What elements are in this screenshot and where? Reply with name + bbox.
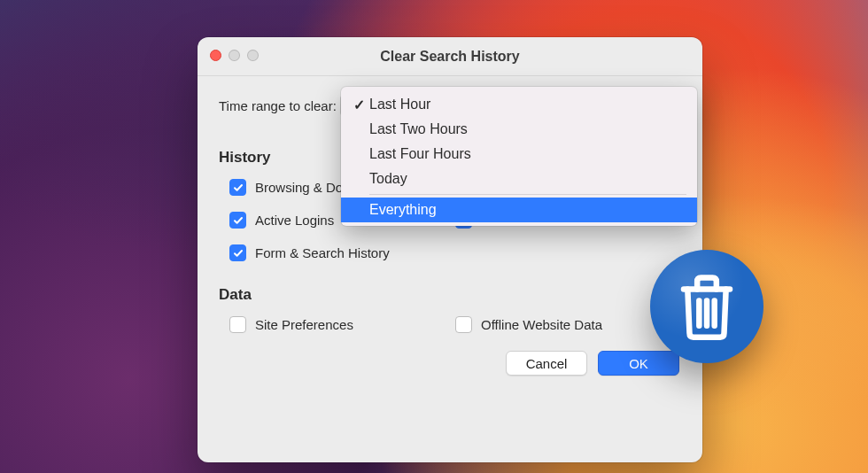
checkbox-site-preferences[interactable]: Site Preferences [229,316,455,333]
option-divider [369,194,686,195]
checkbox-icon [229,244,246,261]
check-icon: ✓ [353,97,369,113]
dialog-footer: Cancel OK [219,351,681,376]
option-label: Everything [369,202,437,218]
option-today[interactable]: Today [341,167,697,191]
data-options: Site Preferences Offline Website Data [229,316,681,333]
checkbox-label: Offline Website Data [481,317,602,332]
trash-icon [676,272,738,341]
checkbox-icon [229,212,246,229]
close-button[interactable] [210,50,221,61]
option-everything[interactable]: Everything [341,198,697,222]
window-title: Clear Search History [198,49,702,65]
clear-history-dialog: Clear Search History Time range to clear… [198,37,702,462]
option-label: Today [369,171,407,187]
option-last-hour[interactable]: ✓ Last Hour [341,92,697,117]
option-label: Last Hour [369,97,430,112]
cancel-button[interactable]: Cancel [506,351,587,376]
checkbox-offline-data[interactable]: Offline Website Data [455,316,681,333]
time-range-dropdown: ✓ Last Hour Last Two Hours Last Four Hou… [341,87,697,226]
checkbox-label: Form & Search History [255,245,390,260]
checkbox-label: Site Preferences [255,317,353,332]
zoom-button[interactable] [247,50,259,61]
option-last-two-hours[interactable]: Last Two Hours [341,117,697,142]
checkbox-icon [229,179,246,196]
checkbox-icon [455,316,472,333]
option-last-four-hours[interactable]: Last Four Hours [341,142,697,167]
titlebar: Clear Search History [198,37,702,76]
data-heading: Data [219,286,681,304]
ok-button[interactable]: OK [598,351,679,376]
checkbox-label: Active Logins [255,213,334,228]
time-range-label: Time range to clear: [219,98,337,113]
option-label: Last Two Hours [369,121,468,137]
trash-badge [650,250,763,363]
checkbox-icon [229,316,246,333]
checkbox-form-search[interactable]: Form & Search History [229,244,455,261]
option-label: Last Four Hours [369,146,471,162]
minimize-button[interactable] [229,50,240,61]
window-controls [210,50,259,61]
